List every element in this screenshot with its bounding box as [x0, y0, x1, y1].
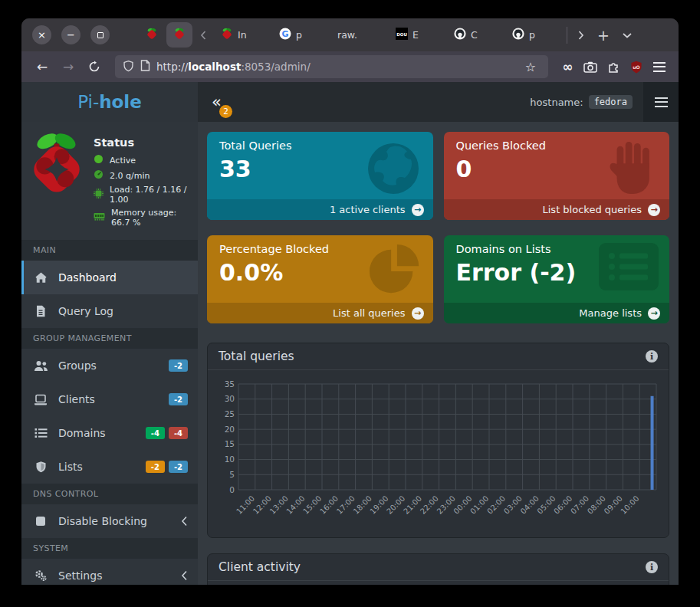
sidebar: Status Active2.0 q/minLoad: 1.76 / 1.16 … — [21, 122, 198, 585]
top-navbar: «2 hostname: fedora — [198, 82, 679, 122]
sidebar-item-clients[interactable]: Clients-2 — [21, 382, 198, 416]
close-button[interactable]: × — [32, 25, 51, 44]
card-footer-link[interactable]: 1 active clients→ — [207, 199, 433, 220]
status-item: Active — [94, 154, 189, 166]
client-activity-panel: Client activity i — [207, 553, 669, 585]
svg-text:03:00: 03:00 — [502, 494, 524, 516]
firefox-menu-icon[interactable] — [649, 57, 669, 77]
panel-title: Client activity — [219, 560, 301, 574]
svg-text:08:00: 08:00 — [586, 494, 607, 516]
sidebar-item-label: Settings — [58, 569, 102, 582]
svg-text:DOU: DOU — [396, 32, 407, 37]
sidebar-item-dashboard[interactable]: Dashboard — [21, 261, 198, 294]
panel-header: Total queries i — [208, 343, 669, 370]
sidebar-item-domains[interactable]: Domains-4-4 — [21, 416, 198, 450]
chevron-left-icon[interactable] — [194, 18, 212, 51]
chevron-right-icon[interactable] — [572, 18, 590, 51]
status-label: 2.0 q/min — [110, 171, 150, 181]
browser-tab[interactable]: C — [447, 22, 504, 48]
navigation-toolbar: ← → http://localhost:8053/admin/ ☆ ∞ uO — [21, 51, 679, 82]
card-footer-link[interactable]: Manage lists→ — [444, 303, 670, 323]
minimize-button[interactable]: − — [61, 25, 81, 44]
sidebar-item-extras: -2-2 — [146, 461, 188, 473]
browser-tab[interactable]: Gp — [272, 22, 329, 48]
pihole-app: Pi-hole «2 hostname: fedora Status — [21, 82, 679, 585]
home-icon — [33, 271, 48, 284]
titlebar: ×− InGpraw.DOUECp+ — [21, 18, 679, 51]
count-badge: -4 — [169, 427, 188, 439]
panel-title: Total queries — [219, 349, 294, 363]
sidebar-item-settings[interactable]: Settings — [21, 559, 198, 585]
tab-title: p — [296, 29, 302, 41]
forward-icon[interactable]: → — [57, 55, 80, 78]
card-footer-label: 1 active clients — [330, 204, 406, 215]
info-icon[interactable]: i — [646, 350, 658, 363]
sidebar-item-disable-blocking[interactable]: Disable Blocking — [21, 504, 198, 538]
maximize-button[interactable] — [90, 25, 110, 44]
app-menu-icon[interactable] — [643, 82, 679, 122]
status-title: Status — [94, 136, 189, 149]
chevron-down-icon[interactable] — [616, 18, 638, 51]
reload-icon[interactable] — [83, 55, 106, 78]
count-badge: -2 — [169, 393, 188, 405]
pihole-logo: Pi-hole — [21, 82, 198, 122]
tab-title: C — [471, 29, 478, 41]
arrow-circle-icon: → — [412, 204, 424, 216]
file-icon — [33, 305, 48, 317]
card-footer-link[interactable]: List blocked queries→ — [444, 199, 670, 220]
svg-text:01:00: 01:00 — [468, 494, 490, 516]
sidebar-item-extras — [176, 570, 188, 581]
svg-text:07:00: 07:00 — [569, 494, 590, 516]
browser-tab[interactable] — [139, 22, 165, 48]
sidebar-item-groups[interactable]: Groups-2 — [21, 349, 198, 382]
plus-icon[interactable]: + — [592, 18, 615, 51]
back-icon[interactable]: ← — [31, 55, 54, 78]
total-queries-panel: Total queries i 0510152025303511:0012:00… — [207, 343, 669, 538]
browser-tab[interactable] — [166, 22, 192, 48]
main-content: Total Queries331 active clients→Queries … — [198, 122, 679, 585]
tab-title: E — [412, 29, 419, 41]
desktop: ×− InGpraw.DOUECp+ ← → http://localhost:… — [0, 0, 700, 607]
app-header: Pi-hole «2 hostname: fedora — [21, 82, 679, 122]
info-icon[interactable]: i — [646, 561, 658, 573]
sidebar-item-label: Groups — [58, 359, 97, 372]
browser-tab[interactable]: p — [505, 22, 562, 48]
svg-text:22:00: 22:00 — [419, 494, 440, 516]
browser-tab[interactable]: DOUE — [389, 22, 445, 48]
card-footer-label: List all queries — [333, 307, 405, 319]
sidebar-item-query-log[interactable]: Query Log — [21, 294, 198, 328]
browser-window: ×− InGpraw.DOUECp+ ← → http://localhost:… — [21, 18, 679, 585]
status-item: Memory usage: 66.7 % — [94, 208, 189, 228]
browser-tab[interactable]: In — [214, 22, 271, 48]
bookmark-star-icon[interactable]: ☆ — [521, 57, 541, 77]
card-body: Domains on ListsError (-2) — [444, 235, 670, 303]
svg-text:23:00: 23:00 — [435, 494, 457, 516]
ublock-origin-icon[interactable]: uO — [626, 57, 646, 77]
hostname-label: hostname: — [530, 97, 583, 108]
extension-infinity-icon[interactable]: ∞ — [557, 57, 577, 77]
page-info-icon[interactable] — [140, 60, 150, 74]
sidebar-menu: MAINDashboardQuery LogGROUP MANAGEMENTGr… — [21, 240, 198, 585]
url-bar[interactable]: http://localhost:8053/admin/ ☆ — [115, 55, 548, 78]
pihole-favicon-icon — [221, 28, 233, 42]
svg-text:16:00: 16:00 — [318, 494, 340, 516]
url-text[interactable]: http://localhost:8053/admin/ — [156, 61, 514, 73]
arrow-circle-icon: → — [648, 204, 660, 216]
extensions-puzzle-icon[interactable] — [603, 57, 623, 77]
browser-tab[interactable]: raw. — [330, 22, 387, 48]
status-label: Memory usage: 66.7 % — [111, 208, 189, 228]
screenshot-camera-icon[interactable] — [580, 57, 600, 77]
window-controls: ×− — [29, 25, 110, 44]
sidebar-collapse-icon[interactable]: «2 — [209, 93, 225, 112]
tracking-shield-icon[interactable] — [123, 60, 134, 74]
count-badge: -4 — [146, 427, 165, 439]
arrow-circle-icon: → — [648, 307, 660, 320]
menu-section-header: GROUP MANAGEMENT — [21, 328, 198, 349]
sidebar-item-extras — [176, 516, 188, 527]
card-footer-link[interactable]: List all queries→ — [207, 303, 433, 323]
sidebar-item-lists[interactable]: Lists-2-2 — [21, 450, 198, 484]
svg-text:uO: uO — [633, 64, 639, 69]
svg-text:00:00: 00:00 — [452, 494, 473, 516]
menu-section-header: MAIN — [21, 240, 198, 261]
queries-over-time-chart: 0510152025303511:0012:0013:0014:0015:001… — [215, 376, 661, 527]
